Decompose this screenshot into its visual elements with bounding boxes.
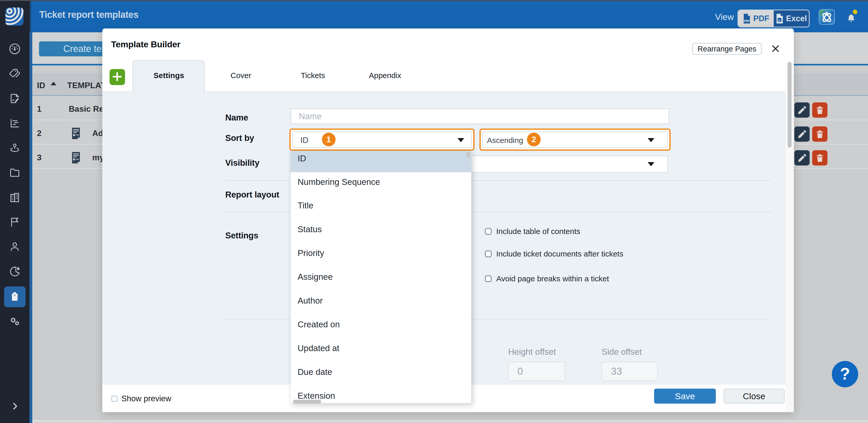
svg-text:PDF: PDF bbox=[744, 19, 750, 23]
svg-text:x: x bbox=[778, 18, 780, 22]
